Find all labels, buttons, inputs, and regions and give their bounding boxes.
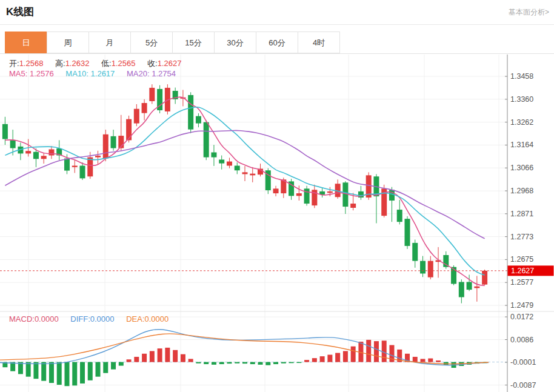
candle-down bbox=[389, 190, 395, 201]
macd-bar-down bbox=[26, 362, 31, 377]
kline-page: K线图 基本面分析> 日 周 月 5分 15分 30分 60分 4时 1.345… bbox=[0, 0, 554, 392]
macd-bar-up bbox=[312, 358, 317, 362]
macd-bar-up bbox=[436, 360, 441, 362]
macd-bar-up bbox=[127, 359, 132, 362]
candle-down bbox=[111, 136, 116, 148]
candle-up bbox=[48, 149, 54, 155]
price-axis-label: 1.2871 bbox=[510, 210, 533, 218]
macd-bar-up bbox=[335, 353, 340, 362]
macd-label: MACD: bbox=[9, 314, 35, 324]
candle-down bbox=[64, 159, 70, 171]
macd-axis-label: -0.0087 bbox=[510, 381, 536, 390]
candle-up bbox=[327, 191, 333, 193]
ma20-line bbox=[5, 130, 484, 238]
candle-down bbox=[211, 152, 216, 157]
macd-axis-label: 0.0086 bbox=[510, 336, 533, 344]
macd-bar-up bbox=[421, 359, 426, 362]
macd-bar-up bbox=[189, 359, 193, 362]
candle-up bbox=[25, 151, 31, 153]
macd-bar-down bbox=[49, 362, 54, 383]
candle-up bbox=[296, 193, 302, 196]
macd-bar-down bbox=[219, 362, 224, 364]
open-value: 1.2568 bbox=[19, 59, 44, 68]
candle-down bbox=[319, 191, 325, 194]
macd-bar-up bbox=[320, 356, 325, 362]
high-value: 1.2632 bbox=[65, 59, 90, 68]
candle-up bbox=[350, 204, 356, 208]
candle-down bbox=[304, 188, 310, 204]
macd-bar-up bbox=[351, 347, 356, 362]
ma5-value: 1.2576 bbox=[30, 69, 54, 78]
candle-down bbox=[235, 165, 240, 170]
dea-label: DEA: bbox=[126, 314, 144, 324]
low-value: 1.2565 bbox=[112, 59, 136, 68]
price-axis-label: 1.3066 bbox=[510, 164, 533, 172]
candle-up bbox=[103, 135, 108, 159]
candle-up bbox=[126, 119, 132, 141]
diff-label: DIFF: bbox=[70, 314, 90, 324]
macd-bar-up bbox=[327, 355, 332, 362]
macd-bar-up bbox=[366, 340, 371, 362]
candle-down bbox=[80, 165, 85, 178]
candle-up bbox=[149, 88, 155, 101]
macd-bar-up bbox=[428, 359, 433, 362]
macd-bar-down bbox=[250, 362, 255, 364]
macd-bar-down bbox=[18, 362, 23, 374]
macd-bar-down bbox=[235, 362, 239, 364]
candle-up bbox=[428, 261, 433, 277]
candle-down bbox=[10, 140, 16, 148]
macd-bar-down bbox=[242, 362, 247, 364]
close-label: 收: bbox=[147, 59, 158, 68]
price-axis-label: 1.3262 bbox=[510, 118, 533, 127]
candle-down bbox=[2, 124, 8, 139]
candle-up bbox=[242, 172, 248, 174]
macd-bar-down bbox=[296, 362, 301, 364]
macd-axis-label: -0.0001 bbox=[510, 358, 536, 367]
macd-readout: MACD:0.0000 DIFF:0.0000 DEA:0.0000 bbox=[9, 314, 169, 324]
ma-readout: MA5: 1.2576 MA10: 1.2617 MA20: 1.2754 bbox=[9, 69, 185, 78]
candle-up bbox=[87, 158, 93, 177]
macd-bar-down bbox=[111, 362, 116, 370]
macd-bar-up bbox=[165, 348, 170, 362]
low-label: 低: bbox=[101, 59, 112, 68]
high-label: 高: bbox=[55, 59, 65, 68]
macd-bar-down bbox=[80, 362, 85, 384]
diff-value: 0.0000 bbox=[90, 314, 115, 324]
ma10-label: MA10: bbox=[65, 69, 88, 78]
candle-up bbox=[227, 162, 232, 166]
macd-bar-down bbox=[64, 362, 69, 387]
macd-bar-up bbox=[142, 354, 147, 362]
price-axis-label: 1.2968 bbox=[510, 187, 533, 195]
candle-up bbox=[95, 156, 101, 158]
ma20-value: 1.2754 bbox=[152, 69, 176, 78]
price-axis-label: 1.2773 bbox=[510, 233, 533, 241]
macd-bar-down bbox=[88, 362, 93, 380]
dea-value: 0.0000 bbox=[145, 314, 169, 324]
candle-down bbox=[204, 122, 209, 158]
ohlc-readout: 开:1.2568 高:1.2632 低:1.2565 收:1.2627 bbox=[9, 58, 191, 69]
price-axis-label: 1.3458 bbox=[510, 72, 533, 81]
macd-bar-down bbox=[103, 362, 108, 373]
macd-bar-up bbox=[413, 357, 418, 362]
candle-down bbox=[397, 210, 402, 222]
candle-up bbox=[474, 287, 479, 288]
candle-down bbox=[33, 152, 39, 159]
macd-bar-up bbox=[374, 341, 379, 362]
candle-down bbox=[459, 282, 464, 297]
macd-bar-up bbox=[343, 351, 348, 362]
macd-bar-down bbox=[57, 362, 62, 385]
ma20-label: MA20: bbox=[127, 69, 150, 78]
macd-bar-down bbox=[119, 362, 124, 366]
price-axis-label: 1.2479 bbox=[510, 301, 533, 310]
macd-bar-down bbox=[265, 362, 270, 365]
macd-bar-down bbox=[212, 362, 216, 365]
macd-bar-down bbox=[258, 362, 263, 365]
price-axis-label: 1.2675 bbox=[510, 255, 533, 264]
macd-bar-up bbox=[134, 357, 139, 362]
macd-bar-down bbox=[204, 362, 209, 364]
candle-up bbox=[482, 271, 487, 285]
candle-up bbox=[250, 174, 255, 176]
macd-bar-down bbox=[227, 362, 232, 364]
candle-down bbox=[188, 95, 193, 130]
candle-up bbox=[41, 156, 47, 159]
